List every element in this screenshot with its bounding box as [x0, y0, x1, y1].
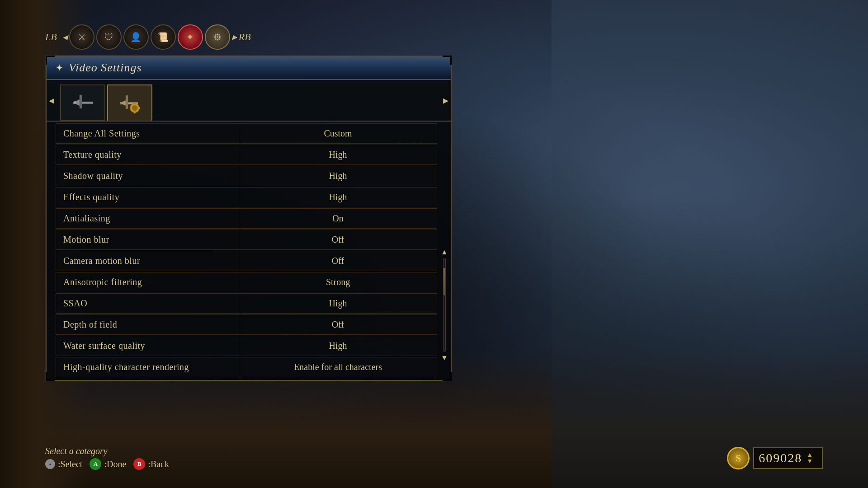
setting-row-camera-blur[interactable]: Camera motion blur Off: [56, 251, 437, 271]
castle-background: [552, 0, 868, 488]
page-title: Video Settings: [69, 61, 142, 75]
scroll-thumb: [443, 268, 445, 296]
svg-point-4: [74, 101, 76, 104]
tab-area: ◂: [47, 80, 451, 122]
select-control: :Select: [45, 459, 82, 469]
svg-rect-14: [138, 107, 140, 109]
scroll-indicator: ▲ ▼: [442, 248, 447, 362]
corner-tr: [443, 56, 452, 65]
ui-container: LB ◂ ⚔ 🛡 👤 📜 ✦ ⚙ ▸ RB ✦ Video Settings ◂: [45, 23, 452, 381]
back-control-label: :Back: [148, 459, 169, 469]
setting-name-ssao: SSAO: [56, 293, 239, 314]
nav-arrow-right: ▸: [232, 31, 237, 43]
setting-value-dof: Off: [239, 314, 437, 335]
setting-name-antialiasing: Antialiasing: [56, 208, 239, 229]
setting-name-anisotropic: Anisotropic filtering: [56, 272, 239, 292]
setting-value-hq-char: Enable for all characters: [239, 357, 437, 377]
tab-arrow-left[interactable]: ◂: [49, 94, 54, 107]
rb-label: RB: [239, 31, 251, 43]
scroll-track[interactable]: [443, 258, 446, 352]
currency-icon: S: [727, 447, 750, 469]
title-icon: ✦: [56, 62, 63, 73]
bottom-bar: Select a category :Select A :Done B :Bac…: [45, 446, 823, 470]
setting-row-dof[interactable]: Depth of field Off: [56, 314, 437, 335]
done-control: A :Done: [90, 458, 126, 470]
done-control-label: :Done: [104, 459, 126, 469]
setting-value-anisotropic: Strong: [239, 272, 437, 292]
svg-rect-13: [130, 107, 132, 109]
setting-name-camera-blur: Camera motion blur: [56, 251, 239, 271]
setting-value-camera-blur: Off: [239, 251, 437, 271]
setting-name-shadow: Shadow quality: [56, 166, 239, 186]
setting-name-motion-blur: Motion blur: [56, 230, 239, 250]
currency-display: S 609028 ▲ ▼: [727, 447, 823, 469]
svg-rect-3: [82, 102, 93, 103]
setting-row-shadow[interactable]: Shadow quality High: [56, 166, 437, 186]
tab-video-settings[interactable]: [107, 84, 152, 121]
bust-nav-icon[interactable]: 👤: [123, 24, 149, 50]
currency-value: 609028: [759, 451, 802, 465]
lb-label: LB: [45, 31, 57, 43]
setting-row-hq-char[interactable]: High-quality character rendering Enable …: [56, 357, 437, 377]
tab-weapon[interactable]: [60, 84, 105, 121]
select-category-label: Select a category: [45, 446, 169, 456]
b-button-icon: B: [133, 458, 145, 470]
setting-value-water: High: [239, 336, 437, 356]
scroll-nav-icon[interactable]: 📜: [151, 24, 176, 50]
setting-name-water: Water surface quality: [56, 336, 239, 356]
svg-rect-6: [126, 95, 128, 109]
nav-icons-group: ⚔ 🛡 👤 📜 ✦ ⚙: [69, 24, 230, 50]
setting-row-antialiasing[interactable]: Antialiasing On: [56, 208, 437, 229]
tab-weapon-icon: [69, 89, 96, 116]
setting-name-texture: Texture quality: [56, 145, 239, 165]
tab-arrow-right[interactable]: ▸: [443, 94, 448, 107]
setting-row-change-all[interactable]: Change All Settings Custom: [56, 123, 437, 144]
setting-row-motion-blur[interactable]: Motion blur Off: [56, 230, 437, 250]
currency-arrow-down: ▼: [807, 458, 813, 465]
svg-rect-12: [134, 111, 136, 113]
top-navigation: LB ◂ ⚔ 🛡 👤 📜 ✦ ⚙ ▸ RB: [45, 23, 452, 52]
setting-name-effects: Effects quality: [56, 187, 239, 207]
setting-name-change-all: Change All Settings: [56, 123, 239, 144]
settings-list: ▲ ▼ Change All Settings Custom Texture q…: [47, 122, 451, 380]
setting-row-effects[interactable]: Effects quality High: [56, 187, 437, 207]
setting-value-effects: High: [239, 187, 437, 207]
setting-value-ssao: High: [239, 293, 437, 314]
a-button-icon: A: [90, 458, 101, 470]
select-control-label: :Select: [58, 459, 82, 469]
currency-frame: 609028 ▲ ▼: [753, 447, 823, 469]
setting-row-anisotropic[interactable]: Anisotropic filtering Strong: [56, 272, 437, 292]
setting-row-texture[interactable]: Texture quality High: [56, 145, 437, 165]
currency-arrow-up: ▲: [807, 452, 813, 458]
svg-rect-11: [134, 103, 136, 106]
setting-value-motion-blur: Off: [239, 230, 437, 250]
setting-row-water[interactable]: Water surface quality High: [56, 336, 437, 356]
currency-symbol: S: [736, 452, 741, 464]
corner-tl: [46, 56, 55, 65]
back-control: B :Back: [133, 458, 169, 470]
hourglass-nav-icon[interactable]: ✦: [178, 24, 203, 50]
setting-value-change-all: Custom: [239, 123, 437, 144]
tab-gear-icon: [116, 89, 143, 117]
controls-row: :Select A :Done B :Back: [45, 458, 169, 470]
sword-nav-icon[interactable]: ⚔: [69, 24, 94, 50]
setting-value-antialiasing: On: [239, 208, 437, 229]
nav-arrow-left: ◂: [62, 31, 67, 43]
select-button-icon: [45, 459, 55, 469]
main-panel: ✦ Video Settings ◂: [45, 55, 452, 381]
svg-marker-7: [120, 100, 126, 106]
svg-point-10: [132, 105, 137, 111]
title-bar: ✦ Video Settings: [47, 56, 451, 80]
setting-value-shadow: High: [239, 166, 437, 186]
gear-nav-icon[interactable]: ⚙: [205, 24, 230, 50]
setting-row-ssao[interactable]: SSAO High: [56, 293, 437, 314]
currency-arrows: ▲ ▼: [807, 452, 813, 465]
controls-info: Select a category :Select A :Done B :Bac…: [45, 446, 169, 470]
setting-name-dof: Depth of field: [56, 314, 239, 335]
svg-rect-1: [80, 95, 82, 108]
shield-nav-icon[interactable]: 🛡: [96, 24, 122, 50]
scroll-down-arrow[interactable]: ▼: [441, 354, 448, 362]
setting-value-texture: High: [239, 145, 437, 165]
setting-name-hq-char: High-quality character rendering: [56, 357, 239, 377]
scroll-up-arrow[interactable]: ▲: [441, 248, 448, 256]
